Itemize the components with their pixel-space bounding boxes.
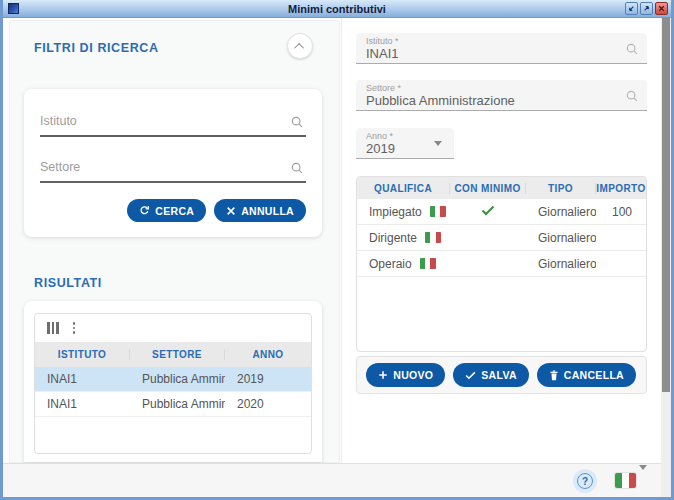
annulla-button[interactable]: ANNULLA [214, 199, 306, 222]
table-row[interactable]: Operaio Giornaliero [357, 251, 646, 277]
cell-qualifica: Operaio [357, 257, 450, 271]
italy-flag-icon [420, 258, 436, 269]
window-title: Minimi contributivi [0, 3, 674, 15]
anno-select[interactable]: Anno * 2019 [356, 128, 454, 159]
cell-tipo: Giornaliero [526, 231, 596, 245]
cell-settore: Pubblica Amminis... [130, 372, 225, 386]
italy-flag-icon [430, 206, 446, 217]
cell-importo: 100 [596, 205, 646, 219]
filter-card: CERCA ANNULLA [24, 89, 322, 237]
cell-istituto: INAI1 [35, 397, 130, 411]
chevron-down-icon [434, 141, 442, 146]
language-flag-italy[interactable] [615, 473, 636, 488]
refresh-icon [139, 205, 150, 216]
maximize-button[interactable] [640, 2, 653, 15]
scrollbar-thumb[interactable] [662, 18, 670, 392]
question-icon: ? [577, 473, 593, 489]
vertical-scrollbar[interactable] [661, 18, 671, 497]
qualifiche-table: QUALIFICA CON MINIMO TIPO IMPORTO Impieg… [357, 177, 646, 277]
table-row[interactable]: Dirigente Giornaliero [357, 225, 646, 251]
annulla-label: ANNULLA [241, 205, 294, 217]
titlebar: Minimi contributivi [0, 0, 674, 18]
filter-actions: CERCA ANNULLA [40, 199, 306, 222]
results-table-header: ISTITUTO SETTORE ANNO [35, 342, 311, 367]
settore-field[interactable]: Settore * Pubblica Amministrazione [356, 80, 647, 111]
nuovo-label: NUOVO [393, 369, 433, 381]
app-window: Minimi contributivi FILTRI DI RICERCA [0, 0, 674, 500]
istituto-filter-input[interactable] [40, 107, 306, 135]
search-icon[interactable] [290, 115, 304, 133]
istituto-value: INAI1 [366, 46, 637, 61]
col-istituto[interactable]: ISTITUTO [35, 349, 130, 360]
help-button[interactable]: ? [573, 469, 597, 493]
collapse-filters-button[interactable] [287, 33, 313, 59]
trash-icon [549, 370, 559, 381]
settore-filter-input[interactable] [40, 153, 306, 181]
qualifiche-table-header: QUALIFICA CON MINIMO TIPO IMPORTO [357, 177, 646, 199]
istituto-filter-field [40, 107, 306, 137]
table-row[interactable]: INAI1 Pubblica Amminis... 2019 [35, 367, 311, 392]
check-icon [465, 371, 476, 380]
cancella-button[interactable]: CANCELLA [537, 363, 636, 387]
cell-istituto: INAI1 [35, 372, 130, 386]
qualifiche-table-card: QUALIFICA CON MINIMO TIPO IMPORTO Impieg… [356, 176, 647, 352]
kebab-menu-icon[interactable] [71, 320, 78, 336]
cell-settore: Pubblica Amminis... [130, 397, 225, 411]
cell-anno: 2020 [225, 397, 311, 411]
istituto-label: Istituto * [366, 36, 637, 46]
results-grid: ISTITUTO SETTORE ANNO INAI1 Pubblica Amm… [34, 313, 312, 454]
check-icon [481, 205, 495, 216]
cell-qualifica: Dirigente [357, 231, 450, 245]
col-importo[interactable]: IMPORTO [596, 183, 646, 194]
filters-heading: FILTRI DI RICERCA [34, 41, 159, 55]
table-row[interactable]: INAI1 Pubblica Amminis... 2020 [35, 392, 311, 417]
settore-value: Pubblica Amministrazione [366, 93, 637, 108]
results-table: ISTITUTO SETTORE ANNO INAI1 Pubblica Amm… [35, 342, 311, 417]
cancella-label: CANCELLA [564, 369, 624, 381]
main-content: FILTRI DI RICERCA [3, 18, 671, 497]
cell-tipo: Giornaliero [526, 205, 596, 219]
search-panel: FILTRI DI RICERCA [9, 20, 340, 463]
chevron-up-icon [294, 42, 304, 52]
footer-bar: ? [3, 463, 661, 497]
col-tipo[interactable]: TIPO [526, 183, 596, 194]
anno-value: 2019 [366, 141, 444, 156]
istituto-field[interactable]: Istituto * INAI1 [356, 33, 647, 64]
search-icon[interactable] [625, 42, 639, 60]
col-anno[interactable]: ANNO [225, 349, 311, 360]
results-card: ISTITUTO SETTORE ANNO INAI1 Pubblica Amm… [24, 301, 322, 462]
salva-button[interactable]: SALVA [453, 363, 529, 387]
x-icon [226, 206, 236, 216]
col-settore[interactable]: SETTORE [130, 349, 225, 360]
results-heading: RISULTATI [34, 276, 102, 290]
cerca-button[interactable]: CERCA [127, 199, 206, 222]
close-button[interactable] [655, 2, 668, 15]
cell-qualifica: Impiegato [357, 205, 450, 219]
col-qualifica[interactable]: QUALIFICA [357, 183, 450, 194]
anno-label: Anno * [366, 131, 444, 141]
nuovo-button[interactable]: NUOVO [366, 363, 445, 387]
window-controls [625, 2, 668, 15]
cerca-label: CERCA [155, 205, 194, 217]
detail-actions: NUOVO SALVA CANCELLA [356, 356, 647, 394]
detail-panel: Istituto * INAI1 Settore * Pubblica Ammi… [341, 18, 661, 463]
minimize-button[interactable] [625, 2, 638, 15]
search-icon[interactable] [290, 161, 304, 179]
filters-header: FILTRI DI RICERCA [10, 21, 339, 73]
settore-label: Settore * [366, 83, 637, 93]
italy-flag-icon [425, 232, 441, 243]
plus-icon [378, 370, 388, 380]
grid-toolbar [35, 314, 311, 342]
search-icon[interactable] [625, 89, 639, 107]
cell-anno: 2019 [225, 372, 311, 386]
settore-filter-field [40, 153, 306, 183]
salva-label: SALVA [481, 369, 517, 381]
cell-tipo: Giornaliero [526, 257, 596, 271]
col-con-minimo[interactable]: CON MINIMO [450, 183, 526, 194]
cell-con-minimo [450, 205, 526, 219]
columns-icon[interactable] [47, 322, 59, 334]
table-row[interactable]: Impiegato Giornaliero 100 [357, 199, 646, 225]
language-dropdown-icon[interactable] [639, 465, 647, 470]
